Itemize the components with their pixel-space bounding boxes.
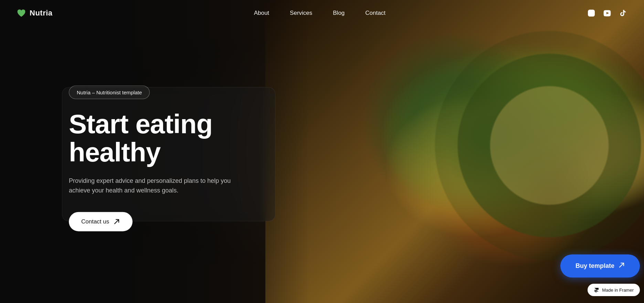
contact-us-label: Contact us [81, 218, 109, 225]
youtube-icon[interactable] [603, 9, 612, 18]
contact-us-button[interactable]: Contact us [69, 212, 133, 231]
navbar: Nutria About Services Blog Contact [0, 0, 644, 26]
nav-services[interactable]: Services [280, 7, 322, 19]
nav-social [587, 9, 627, 18]
hero-content: Nutria – Nutritionist template Start eat… [69, 86, 275, 231]
svg-point-2 [593, 11, 593, 12]
hero-title: Start eating healthy [69, 110, 275, 167]
tiktok-icon[interactable] [619, 9, 627, 18]
nav-contact[interactable]: Contact [356, 7, 395, 19]
hero-badge: Nutria – Nutritionist template [69, 86, 150, 99]
hero-subtitle: Providing expert advice and personalized… [69, 176, 234, 196]
framer-icon [594, 287, 599, 293]
buy-template-label: Buy template [576, 262, 614, 270]
heart-icon [17, 8, 26, 18]
nav-about[interactable]: About [244, 7, 279, 19]
arrow-icon [113, 218, 120, 225]
nav-links: About Services Blog Contact [244, 10, 395, 17]
buy-template-button[interactable]: Buy template [560, 254, 640, 278]
instagram-icon[interactable] [587, 9, 596, 18]
logo-text: Nutria [30, 9, 53, 18]
nav-blog[interactable]: Blog [323, 7, 354, 19]
logo[interactable]: Nutria [17, 8, 53, 18]
svg-point-1 [590, 12, 592, 14]
framer-badge-label: Made in Framer [602, 288, 634, 293]
framer-badge[interactable]: Made in Framer [588, 284, 640, 296]
buy-template-arrow-icon [619, 262, 625, 270]
